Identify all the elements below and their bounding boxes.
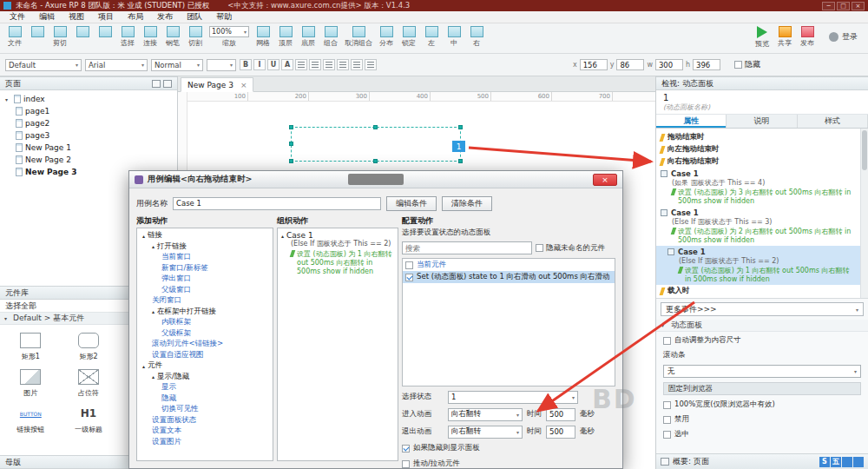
resize-handle[interactable] <box>373 159 378 163</box>
scrollbar-select[interactable]: 无▾ <box>663 365 861 378</box>
organize-case-row[interactable]: ▴ Case 1 <box>281 231 394 240</box>
menu-item[interactable]: 文件 <box>3 11 32 23</box>
hide-unnamed-toggle[interactable]: 隐藏未命名的元件 <box>536 243 615 254</box>
resize-handle[interactable] <box>289 159 293 163</box>
property-row[interactable]: 100%宽度(仅限浏览器中有效) <box>663 400 861 410</box>
push-pull-checkbox[interactable] <box>402 460 410 468</box>
action-item[interactable]: 滚动到元件<锚链接> <box>137 339 273 350</box>
property-checkbox[interactable] <box>663 401 671 409</box>
toolbar-tool[interactable]: 共享 <box>773 23 796 48</box>
panel-checkbox[interactable] <box>405 274 413 281</box>
format-icon[interactable] <box>365 59 377 70</box>
push-pull-toggle[interactable]: 推动/拉动元件 <box>402 458 615 469</box>
toolbar-tool[interactable]: 切割 <box>184 23 207 47</box>
action-item[interactable]: ▴ 链接 <box>137 230 273 241</box>
event-item[interactable]: Case 1 (如果 面板状态于 This == 4) 设置 (动态面板) 为 … <box>661 168 858 207</box>
page-tree-item[interactable]: page3 <box>0 129 177 142</box>
widget-item[interactable]: BUTTON 链接按钮 <box>2 405 60 434</box>
toolbar-tool[interactable]: 取消组合 <box>342 23 375 47</box>
action-item[interactable]: 当前窗口 <box>137 252 273 263</box>
menu-item[interactable]: 编辑 <box>32 11 62 23</box>
toolbar-tool[interactable]: 右 <box>465 23 488 47</box>
menu-item[interactable]: 发布 <box>150 11 180 23</box>
action-item[interactable]: 切换可见性 <box>137 404 273 415</box>
tab-close-icon[interactable]: × <box>240 81 247 89</box>
toolbar-tool[interactable]: 选择 <box>116 23 139 47</box>
format-icon[interactable] <box>323 59 335 70</box>
menu-item[interactable]: 视图 <box>62 11 91 23</box>
toolbar-tool[interactable] <box>26 23 49 47</box>
events-scrollbar[interactable] <box>860 129 868 298</box>
add-folder-icon[interactable] <box>163 80 172 88</box>
font-weight-select[interactable]: Normal▾ <box>151 59 203 71</box>
format-icon[interactable] <box>337 59 349 70</box>
state-select[interactable]: 1▾ <box>448 391 578 404</box>
widget-item[interactable]: 图片 <box>2 368 60 398</box>
dialog-close-button[interactable]: × <box>593 174 617 186</box>
inspector-tab[interactable]: 说明 <box>727 115 797 128</box>
case-action[interactable]: 设置 (动态面板) 为 3 向右翻转 out 500ms 向右翻转 in 500… <box>672 188 858 206</box>
widget-name-field[interactable]: 1 (动态面板名称) <box>656 90 868 115</box>
maximize-button[interactable]: □ <box>837 2 850 10</box>
enter-animation-select[interactable]: 向右翻转▾ <box>448 408 523 421</box>
event-item[interactable]: 拖动结束时 <box>661 131 858 143</box>
page-tree-item[interactable]: page2 <box>0 117 177 129</box>
hide-unnamed-checkbox[interactable] <box>536 244 543 252</box>
event-item[interactable]: 向左拖动结束时 <box>661 143 858 155</box>
resize-handle[interactable] <box>458 125 463 129</box>
page-tree-item[interactable]: New Page 2 <box>0 154 177 166</box>
organize-action-row[interactable]: 设置 (动态面板) 为 1 向右翻转 out 500ms 向右翻转 in 500… <box>291 250 394 276</box>
close-button[interactable]: × <box>852 2 865 10</box>
font-size-select[interactable]: ▾ <box>207 59 236 71</box>
event-item[interactable]: Case 1 (Else If 面板状态于 This == 3) 设置 (动态面… <box>661 207 858 246</box>
toolbar-tool[interactable] <box>94 23 116 47</box>
action-item[interactable]: 设置图片 <box>137 437 273 448</box>
toolbar-tool[interactable]: 网格 <box>252 23 274 47</box>
ime-icon[interactable]: 五 <box>831 457 841 467</box>
login-button[interactable]: 登录 <box>829 31 858 43</box>
pin-to-browser-button[interactable]: 固定到浏览器 <box>663 382 861 395</box>
action-item[interactable]: 隐藏 <box>137 393 273 405</box>
widget-item[interactable]: H1 一级标题 <box>60 405 118 434</box>
toolbar-tool[interactable]: 锁定 <box>398 23 420 47</box>
search-input[interactable] <box>402 241 532 254</box>
format-icon[interactable] <box>295 59 307 70</box>
expand-arrow-icon[interactable]: ▴ <box>152 243 155 249</box>
event-item[interactable]: 向右拖动结束时 <box>661 155 858 168</box>
toolbar-tool[interactable] <box>71 23 94 47</box>
clear-condition-button[interactable]: 清除条件 <box>442 196 492 211</box>
toolbar-tool[interactable]: 左 <box>420 23 443 47</box>
edit-condition-button[interactable]: 编辑条件 <box>386 196 437 211</box>
hide-toggle[interactable]: 隐藏 <box>734 59 760 70</box>
hide-checkbox[interactable] <box>734 61 742 69</box>
action-item[interactable]: 父级框架 <box>137 328 273 340</box>
toolbar-tool[interactable]: 文件 <box>3 23 26 47</box>
toolbar-tool[interactable]: 预览 <box>751 23 773 48</box>
widget-name-value[interactable]: 1 <box>663 93 861 102</box>
format-icon[interactable]: B <box>240 59 252 70</box>
widget-item[interactable]: 矩形1 <box>2 332 60 361</box>
expand-arrow-icon[interactable]: ▴ <box>152 308 155 314</box>
zoom-select[interactable]: 100%▾ <box>209 26 249 37</box>
expand-arrow-icon[interactable]: ▴ <box>152 373 155 380</box>
expand-arrow-icon[interactable]: ▴ <box>142 363 145 369</box>
canvas-tab[interactable]: New Page 3 × <box>181 77 253 92</box>
format-icon[interactable]: I <box>253 59 266 70</box>
action-item[interactable]: 内联框架 <box>137 317 273 328</box>
toolbar-tool[interactable]: 连接 <box>139 23 161 47</box>
selection-rect[interactable] <box>291 127 461 162</box>
dialog-title-bar[interactable]: 用例编辑<向右拖动结束时> × <box>129 171 622 188</box>
h-input[interactable]: 396 <box>693 59 720 70</box>
action-item[interactable]: 新窗口/新标签 <box>137 263 273 274</box>
property-row[interactable]: 选中 <box>663 429 861 439</box>
expand-arrow-icon[interactable]: ▾ <box>5 96 11 102</box>
enter-time-input[interactable] <box>546 408 575 421</box>
toolbar-tool[interactable]: 钢笔 <box>161 23 184 47</box>
show-if-hidden-toggle[interactable]: 如果隐藏则显示面板 <box>402 442 615 454</box>
menu-item[interactable]: 帮助 <box>209 11 239 23</box>
w-input[interactable]: 300 <box>655 59 683 70</box>
action-item[interactable]: 设置面板状态 <box>137 415 273 426</box>
action-item[interactable]: ▴ 在框架中打开链接 <box>137 307 273 318</box>
widget-item[interactable]: 占位符 <box>60 368 118 398</box>
case-action[interactable]: 设置 (动态面板) 为 1 向右翻转 out 500ms 向右翻转 in 500… <box>679 266 858 284</box>
